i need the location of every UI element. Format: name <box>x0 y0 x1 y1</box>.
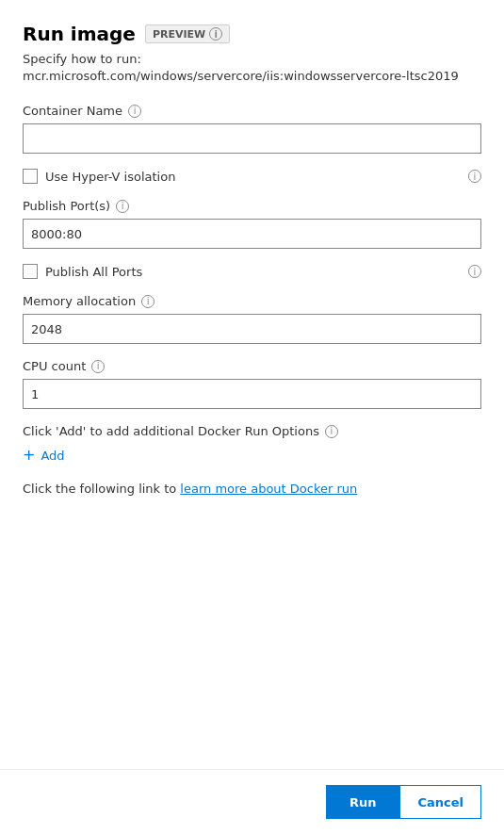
publish-ports-group: Publish Port(s) i <box>23 199 481 249</box>
publish-all-ports-info-icon[interactable]: i <box>468 265 481 278</box>
memory-allocation-label: Memory allocation i <box>23 294 481 308</box>
container-name-info-icon[interactable]: i <box>128 105 141 118</box>
docker-run-link[interactable]: learn more about Docker run <box>180 482 357 496</box>
container-name-input[interactable] <box>23 123 481 154</box>
memory-allocation-info-icon[interactable]: i <box>141 295 154 308</box>
publish-ports-input[interactable] <box>23 219 481 249</box>
subtitle: Specify how to run: mcr.microsoft.com/wi… <box>23 51 481 85</box>
publish-all-ports-row: Publish All Ports i <box>23 264 481 279</box>
cpu-count-info-icon[interactable]: i <box>91 360 105 373</box>
hyper-v-info-icon[interactable]: i <box>468 170 481 183</box>
add-plus-icon: + <box>23 448 35 463</box>
publish-all-ports-label: Publish All Ports <box>45 265 142 279</box>
cancel-button[interactable]: Cancel <box>399 785 481 819</box>
cpu-count-group: CPU count i <box>23 359 481 409</box>
publish-all-ports-checkbox[interactable] <box>23 264 38 279</box>
preview-info-icon[interactable]: i <box>209 27 222 41</box>
memory-allocation-input[interactable] <box>23 314 481 344</box>
cpu-count-label: CPU count i <box>23 359 481 373</box>
memory-allocation-group: Memory allocation i <box>23 294 481 344</box>
container-name-group: Container Name i <box>23 104 481 154</box>
docker-options-help: Click 'Add' to add additional Docker Run… <box>23 424 481 438</box>
publish-all-ports-left: Publish All Ports <box>23 264 142 279</box>
add-button[interactable]: + Add <box>23 448 481 463</box>
run-button[interactable]: Run <box>326 785 400 819</box>
add-label: Add <box>41 449 64 463</box>
footer-buttons: Run Cancel <box>0 769 504 834</box>
container-name-label: Container Name i <box>23 104 481 118</box>
publish-ports-label: Publish Port(s) i <box>23 199 481 213</box>
publish-ports-info-icon[interactable]: i <box>116 200 129 213</box>
docker-run-help-row: Click the following link to learn more a… <box>23 482 481 496</box>
page-title: Run image <box>23 23 136 45</box>
docker-options-info-icon[interactable]: i <box>325 425 338 438</box>
hyper-v-label: Use Hyper-V isolation <box>45 170 175 184</box>
cpu-count-input[interactable] <box>23 379 481 409</box>
preview-badge: PREVIEW i <box>145 25 230 43</box>
hyper-v-checkbox[interactable] <box>23 169 38 184</box>
hyper-v-row: Use Hyper-V isolation i <box>23 169 481 184</box>
hyper-v-left: Use Hyper-V isolation <box>23 169 175 184</box>
